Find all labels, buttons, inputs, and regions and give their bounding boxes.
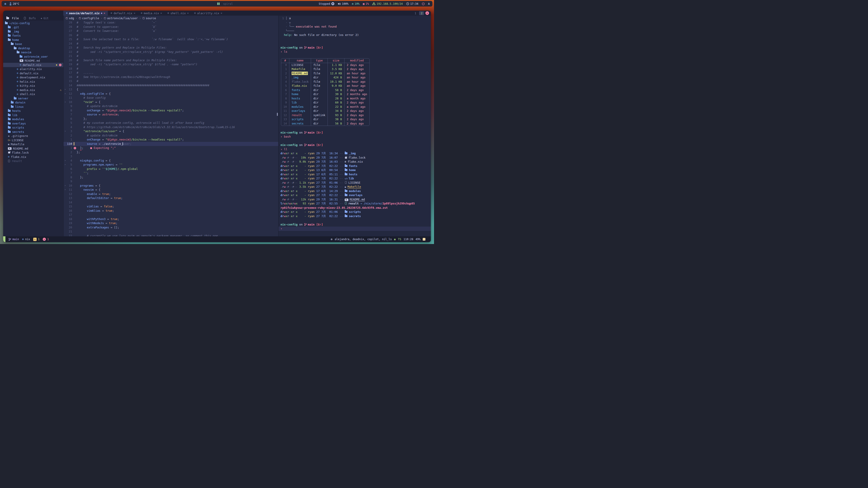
git-branch-widget[interactable]: main xyxy=(8,238,19,241)
tree-item-.git[interactable]: .git xyxy=(3,25,63,30)
diagnostics-errors[interactable]: ✕ 1 xyxy=(43,238,49,241)
neotree-source-bufs[interactable]: Bufs xyxy=(24,17,36,20)
tree-item-README.md[interactable]: M↓README.md xyxy=(3,147,63,151)
editor-line[interactable]: 7 ''; xyxy=(64,171,278,175)
temperature-widget[interactable]: 28°C xyxy=(9,2,19,5)
editor-line[interactable]: 24# xyxy=(64,41,278,46)
editor-line[interactable]: 9 xyxy=(64,180,278,184)
tree-item-hosts[interactable]: hosts xyxy=(3,109,63,113)
buffer-tab-alacritty.nix[interactable]: ❄alacritty.nix✕ xyxy=(191,11,225,15)
editor-line[interactable]: 15 viAlias = false; xyxy=(64,204,278,209)
tree-item-kitty.nix[interactable]: ❄kitty.nix xyxy=(3,84,63,88)
editor-line[interactable]: 28# Convert to uppercase: `U` xyxy=(64,25,278,29)
editor-line[interactable]: 5 # my cusotom astronvim config, astronv… xyxy=(64,121,278,125)
tabpage-1[interactable]: 1 xyxy=(413,11,418,15)
buffer-tab-neovim/default.nix[interactable]: ❄neovim/default.nix●✕ xyxy=(63,11,108,15)
editor-line[interactable]: 19# sed -ri "s/pattern_str/replace_str/g… xyxy=(64,62,278,67)
editor-line[interactable]: 20 extraPackages = []; xyxy=(64,225,278,230)
power-icon[interactable] xyxy=(422,2,425,5)
editor-line[interactable]: 2}; xyxy=(64,150,278,155)
editor-line[interactable]: 1✕ }; ■ Expecting ";" xyxy=(64,146,278,150)
tree-item-home[interactable]: home xyxy=(3,38,63,42)
editor-line[interactable]: 19 withNodeJs = true; xyxy=(64,221,278,225)
editor-line[interactable]: 6 prefix = ''${HOME}/.npm-global xyxy=(64,167,278,171)
editor-line[interactable]: 20# Search file name pattern and Replace… xyxy=(64,58,278,63)
editor-line[interactable]: 7 source = astronvim; xyxy=(64,112,278,117)
editor-line[interactable]: 16 vimAlias = true; xyxy=(64,209,278,213)
tab-close-icon[interactable]: ✕ xyxy=(103,11,105,15)
volume-widget[interactable]: 100% xyxy=(338,2,348,5)
editor-line[interactable]: 21# xyxy=(64,54,278,58)
tree-item-shell.nix[interactable]: ❄shell.nix xyxy=(3,92,63,96)
keyboard-layout-indicator[interactable]: A xyxy=(428,2,430,5)
editor-line[interactable]: 18# xyxy=(64,67,278,71)
cpu-widget[interactable]: ▦ 1% xyxy=(363,2,369,5)
nixos-logo-icon[interactable]: ❄ xyxy=(4,2,6,6)
tree-item-secrets[interactable]: secrets xyxy=(3,130,63,134)
tree-item-flake.nix[interactable]: ❄flake.nix xyxy=(3,155,63,159)
breadcrumb-item-xdg[interactable]: xdg xyxy=(66,17,74,20)
editor-line[interactable]: 8 onChange = "${pkgs.neovim}/bin/nvim --… xyxy=(64,108,278,113)
tree-item-result[interactable]: result xyxy=(3,159,63,163)
tree-item-.gitignore[interactable]: ◈.gitignore xyxy=(3,134,63,138)
editor-line[interactable]: 29# Toggle text's case: `~` xyxy=(64,21,278,25)
editor-line[interactable]: 26# xyxy=(64,33,278,37)
editor-line[interactable]: 17 xyxy=(64,213,278,217)
tree-item-desktop[interactable]: desktop xyxy=(3,46,63,51)
editor-line[interactable]: 9 # update AstroNvim xyxy=(64,104,278,108)
tree-item-darwin[interactable]: darwin xyxy=(3,101,63,105)
breadcrumb-item-source[interactable]: source xyxy=(143,17,156,20)
editor-line[interactable]: 14 xyxy=(64,200,278,205)
editor-line[interactable]: 22 # currently we use lazy.nvim as neovi… xyxy=(64,234,278,236)
network-widget[interactable]: 192.168.5.100/24 xyxy=(372,2,403,5)
buffer-tab-media.nix[interactable]: ❄media.nix✕ xyxy=(138,11,165,15)
tree-item-default.nix[interactable]: ❄default.nix xyxy=(3,71,63,75)
tree-item-_img[interactable]: _img xyxy=(3,29,63,34)
tabpage-2[interactable]: 2 xyxy=(419,11,424,15)
tree-item-modules[interactable]: modules xyxy=(3,117,63,122)
media-player-widget[interactable]: spiral xyxy=(217,2,233,5)
tab-close-icon[interactable]: ✕ xyxy=(221,11,222,15)
tree-item-overlays[interactable]: overlays xyxy=(3,121,63,126)
editor-line[interactable]: ▾5 programs.npm.npmrc = '' xyxy=(64,163,278,167)
editor-line[interactable]: 22# sed -ri "s/pattern_str/replace_str/g… xyxy=(64,50,278,54)
tab-close-icon[interactable]: ✕ xyxy=(133,11,135,15)
tree-item-scripts[interactable]: scripts xyxy=(3,126,63,130)
tree-item-lib[interactable]: lib xyxy=(3,113,63,117)
tree-item-neovim[interactable]: neovim xyxy=(3,51,63,55)
tree-item-helix.nix[interactable]: ❄helix.nix xyxy=(3,79,63,84)
gpu-widget[interactable]: ⚙ 10% xyxy=(352,2,360,5)
editor-line[interactable]: 6 }; xyxy=(64,117,278,121)
editor-line[interactable]: ▾13{ xyxy=(64,88,278,92)
editor-line[interactable]: ▾10 programs = { xyxy=(64,184,278,188)
editor-line[interactable]: 23# Search key pattern and Replace in Mu… xyxy=(64,46,278,50)
editor-line[interactable]: ▾11 neovim = { xyxy=(64,188,278,192)
editor-line[interactable]: 110 source = ./astronvim_user; xyxy=(64,142,278,146)
terminal-pane[interactable]: 1 │ a · ┬ · ╰── executable was not found… xyxy=(278,15,431,236)
tree-item-README.md[interactable]: M↓README.md xyxy=(3,59,63,63)
editor-line[interactable]: 12 enable = true; xyxy=(64,192,278,196)
breadcrumb-item-configFile[interactable]: configFile xyxy=(79,17,99,20)
editor-line[interactable]: 14######################################… xyxy=(64,84,278,88)
tree-item-base[interactable]: base xyxy=(3,42,63,46)
editor-line[interactable]: 15# xyxy=(64,79,278,84)
tree-item-alacritty.nix[interactable]: ❄alacritty.nix xyxy=(3,67,63,71)
editor-line[interactable]: ▾12 xdg.configFile = { xyxy=(64,92,278,96)
breadcrumb-item-astronvim/lua/user[interactable]: astronvim/lua/user xyxy=(104,17,138,20)
tab-close-icon[interactable]: ✕ xyxy=(187,11,189,15)
tree-item-default.nix[interactable]: ❄default.nix●✕ xyxy=(3,63,63,67)
diagnostics-modified[interactable]: ✎ 1 xyxy=(33,238,39,241)
tree-item-fonts[interactable]: fonts xyxy=(3,34,63,38)
tree-item-Makefile[interactable]: ◉Makefile xyxy=(3,142,63,147)
editor-line[interactable]: ▾3 "astronvim/lua/user" = { xyxy=(64,129,278,133)
editor-line[interactable]: 17# ...... xyxy=(64,71,278,75)
neotree-source-git[interactable]: ◆Git xyxy=(41,17,49,20)
editor-line[interactable]: ▾10 "nvim" = { xyxy=(64,100,278,104)
editor-line[interactable]: 16# See https://astronvim.com/Basic%20Us… xyxy=(64,75,278,79)
tree-item-development.nix[interactable]: ❄development.nix xyxy=(3,75,63,80)
tree-item-~/nix-config[interactable]: ~/nix-config xyxy=(3,21,63,25)
buffer-tab-default.nix[interactable]: ❄default.nix✕ xyxy=(108,11,138,15)
editor-line[interactable]: 21 xyxy=(64,230,278,234)
buffer-tab-shell.nix[interactable]: ❄shell.nix✕ xyxy=(165,11,191,15)
editor-line[interactable]: ▾4 nixpkgs.config = { xyxy=(64,159,278,163)
